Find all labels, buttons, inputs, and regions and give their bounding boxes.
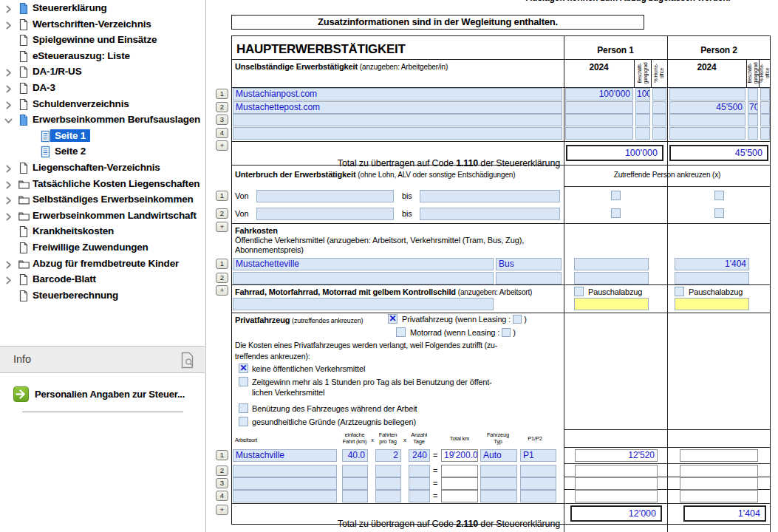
p1p2-field[interactable]	[520, 490, 556, 502]
p1-home-field[interactable]	[652, 101, 666, 114]
add-row-button[interactable]: +	[216, 222, 228, 232]
einfache-fahrt-field[interactable]	[342, 465, 368, 477]
fahrten-field[interactable]	[375, 465, 401, 477]
p2-amount-field[interactable]: 45'500	[669, 101, 745, 114]
p2-grad-field[interactable]	[748, 114, 758, 126]
row-number-button[interactable]: 1	[216, 191, 228, 201]
row-number-button[interactable]: 3	[216, 478, 228, 488]
row-number-button[interactable]: 1	[216, 450, 228, 460]
p1-amount-field[interactable]	[575, 490, 658, 502]
p2-amount-field[interactable]	[669, 127, 745, 140]
p1-amount-field[interactable]	[575, 465, 658, 477]
chevron-right-icon[interactable]	[4, 20, 13, 30]
sidebar-item-spielgewinne-und-eins-tze[interactable]: Spielgewinne und Einsätze	[0, 33, 205, 49]
p1-home-field[interactable]	[652, 114, 666, 126]
sidebar-item-abzug-f-r-fremdbetreute-kinder[interactable]: Abzug für fremdbetreute Kinder	[0, 256, 205, 273]
p2-home-field[interactable]	[760, 88, 770, 100]
chevron-right-icon[interactable]	[4, 100, 13, 109]
fahrrad-arbeitsort-field[interactable]	[233, 298, 494, 310]
p1-person-checkbox[interactable]	[611, 191, 621, 200]
p1-amount-field[interactable]: 12'520	[575, 449, 658, 462]
sidebar-item-da-1-r-us[interactable]: DA-1/R-US	[0, 64, 205, 81]
fahrten-field[interactable]	[375, 490, 401, 502]
p2-amount-field[interactable]	[680, 490, 758, 502]
chevron-right-icon[interactable]	[4, 195, 13, 205]
sidebar-item-wertschriften-verzeichnis[interactable]: Wertschriften-Verzeichnis	[0, 17, 205, 33]
vehicle-total-p1[interactable]: 12'000	[570, 505, 662, 522]
p1p2-field[interactable]	[520, 477, 556, 490]
sidebar-item-esteuerauszug-liste[interactable]: eSteuerauszug: Liste	[0, 49, 205, 65]
p2-grad-field[interactable]	[748, 88, 758, 100]
sidebar-item-krankheitskosten[interactable]: Krankheitskosten	[0, 224, 205, 240]
p1-amount-field[interactable]	[565, 101, 633, 114]
row-number-button[interactable]: 1	[216, 89, 228, 99]
p1-grad-field[interactable]	[635, 127, 650, 140]
reason-checkbox[interactable]	[239, 377, 248, 386]
add-row-button[interactable]: +	[216, 505, 228, 515]
row-number-button[interactable]: 3	[216, 115, 228, 125]
chevron-right-icon[interactable]	[4, 83, 13, 93]
einfache-fahrt-field[interactable]: 40.0	[342, 449, 368, 462]
p2-home-field[interactable]	[760, 127, 770, 140]
fahrten-field[interactable]: 2	[375, 449, 401, 462]
sidebar-item-barcode-blatt[interactable]: Barcode-Blatt	[0, 272, 205, 288]
chevron-right-icon[interactable]	[4, 180, 13, 189]
chevron-right-icon[interactable]	[4, 275, 13, 284]
row-number-button[interactable]: 2	[216, 273, 228, 283]
p2-home-field[interactable]	[760, 101, 770, 114]
p1-amount-field[interactable]	[574, 258, 649, 270]
row-number-button[interactable]: 4	[216, 491, 228, 501]
bis-date-field[interactable]	[420, 208, 560, 220]
employment-total-p1[interactable]: 100'000	[566, 145, 663, 161]
pauschalabzug-checkbox-p1[interactable]	[574, 287, 584, 296]
p2-amount-field[interactable]	[680, 477, 758, 490]
verkehrsmittel-field[interactable]: Bus	[496, 258, 562, 270]
chevron-right-icon[interactable]	[4, 259, 13, 269]
chevron-right-icon[interactable]	[4, 163, 13, 173]
p1-amount-field[interactable]	[575, 477, 658, 490]
info-link-personalien[interactable]: Personalien Angaben zur Steuer...	[0, 384, 205, 405]
p1-person-checkbox[interactable]	[611, 208, 621, 218]
employer-field[interactable]: Mustachettepost.com	[233, 101, 562, 114]
fahrzeug-typ-field[interactable]	[480, 477, 517, 490]
einfache-fahrt-field[interactable]	[342, 477, 368, 490]
sidebar-item-tats-chliche-kosten-liegenschaften[interactable]: Tatsächliche Kosten Liegenschaften	[0, 177, 205, 193]
sidebar-item-erwerbseinkommen-landwirtschaft[interactable]: Erwerbseinkommen Landwirtschaft	[0, 208, 205, 225]
p1-home-field[interactable]	[652, 88, 666, 100]
vehicle-total-p2[interactable]: 1'404	[683, 505, 766, 522]
arbeitsort-field[interactable]	[233, 477, 337, 490]
anzahl-tage-field[interactable]	[409, 490, 430, 502]
chevron-right-icon[interactable]	[4, 67, 13, 77]
p2-amount-field[interactable]	[669, 88, 745, 100]
add-row-button[interactable]: +	[216, 285, 228, 296]
p1-amount-field[interactable]	[565, 127, 633, 140]
motorrad-checkbox[interactable]	[396, 327, 406, 337]
anzahl-tage-field[interactable]	[409, 477, 430, 490]
preview-document-icon[interactable]	[180, 352, 195, 372]
p2-grad-field[interactable]: 70	[748, 101, 758, 114]
p1-amount-field[interactable]: 100'000	[565, 88, 633, 100]
arbeitsort-field[interactable]	[233, 490, 337, 502]
einfache-fahrt-field[interactable]	[342, 490, 368, 502]
sidebar-item-erwerbseinkommen-berufsauslagen[interactable]: Erwerbseinkommen Berufsauslagen	[0, 112, 205, 129]
employment-total-p2[interactable]: 45'500	[669, 145, 768, 161]
p1-amount-field[interactable]	[565, 114, 633, 126]
sidebar-item-freiwillige-zuwendungen[interactable]: Freiwillige Zuwendungen	[0, 240, 205, 256]
verkehrsmittel-field[interactable]	[496, 272, 562, 284]
privat-leasing-checkbox[interactable]	[513, 315, 522, 324]
fahrzeug-typ-field[interactable]: Auto	[480, 449, 517, 462]
p2-person-checkbox[interactable]	[714, 191, 724, 200]
arbeitsort-field[interactable]	[233, 272, 494, 284]
add-row-button[interactable]: +	[216, 140, 228, 151]
sidebar-item-selbst-ndiges-erwerbseinkommen[interactable]: Selbständiges Erwerbseinkommen	[0, 192, 205, 208]
reason-checkbox[interactable]	[239, 403, 248, 413]
pauschalabzug-checkbox-p2[interactable]	[675, 287, 684, 296]
von-date-field[interactable]	[256, 190, 394, 202]
p1-grad-field[interactable]	[635, 101, 650, 114]
motorrad-leasing-checkbox[interactable]	[502, 328, 511, 337]
sidebar-item-seite-1[interactable]: Seite 1	[0, 129, 205, 145]
p2-amount-field[interactable]	[680, 465, 758, 477]
fahrten-field[interactable]	[375, 477, 401, 490]
sidebar-item-liegenschaften-verzeichnis[interactable]: Liegenschaften-Verzeichnis	[0, 160, 205, 177]
p1p2-field[interactable]	[520, 465, 556, 477]
